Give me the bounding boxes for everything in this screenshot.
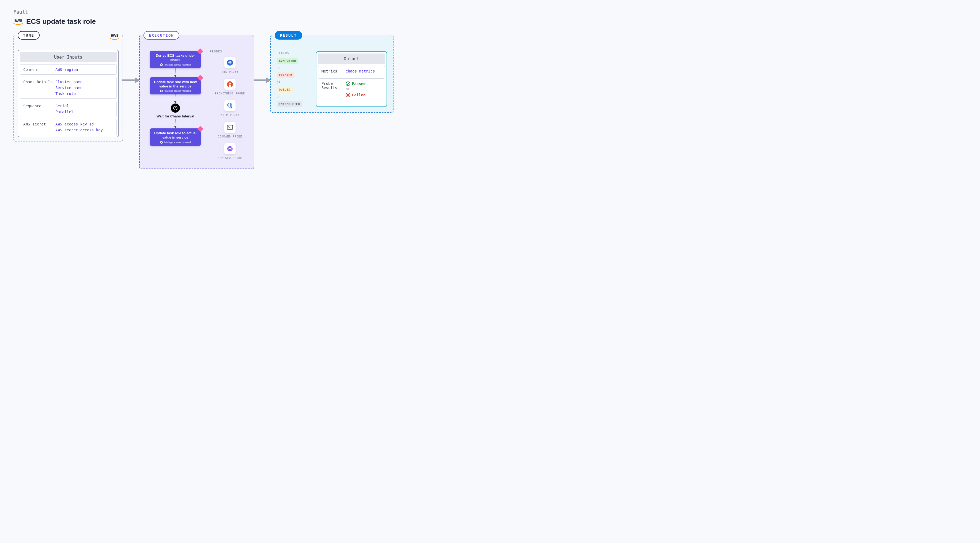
status-badge-incompleted: INCOMPLETED <box>277 102 302 107</box>
input-value: Serial <box>56 104 113 108</box>
x-circle-icon <box>345 92 350 97</box>
probe-label: COMMAND PROBE <box>218 135 242 138</box>
status-column: STATUS COMPLETED OR ERRORED OR QUEUED OR… <box>277 51 312 107</box>
input-value: Task role <box>56 92 113 96</box>
input-value: AWS access key Id <box>56 122 113 126</box>
probe-srm-slo: SRM SLO PROBE <box>210 143 250 160</box>
svg-marker-6 <box>174 75 177 77</box>
output-label: Metrics <box>321 69 345 73</box>
check-circle-icon <box>345 81 350 86</box>
probe-k8s: K8S PROBE <box>210 57 250 74</box>
result-panel: RESULT STATUS COMPLETED OR ERRORED OR QU… <box>270 35 393 113</box>
or-separator: OR <box>277 66 312 70</box>
wait-label: Wait for Chaos Interval <box>156 114 194 118</box>
clock-icon <box>171 103 180 113</box>
arrow-execution-to-result <box>254 35 270 126</box>
input-value: Cluster name <box>56 80 113 84</box>
probe-result-failed: Failed <box>345 92 382 97</box>
input-row-sequence: Sequence Serial Parallel <box>20 101 117 117</box>
probe-http: ! HTTP PROBE <box>210 100 250 117</box>
output-row-probe-results: Probe Results Passed OR Failed <box>318 78 385 100</box>
output-value: Passed OR Failed <box>345 81 382 97</box>
privilege-note: Privilege access required <box>154 90 197 92</box>
shield-icon <box>160 64 163 66</box>
flow-arrow-icon <box>174 68 177 77</box>
input-values: AWS region <box>56 67 113 72</box>
probe-label: K8S PROBE <box>221 70 238 74</box>
svg-point-4 <box>161 64 162 65</box>
svg-point-8 <box>161 90 162 92</box>
or-separator: OR <box>277 95 312 99</box>
input-value: Parallel <box>56 110 113 114</box>
step-title: Derive ECS tasks under chaos <box>154 54 197 62</box>
output-header: Output <box>318 54 385 64</box>
shield-icon <box>160 141 163 144</box>
user-inputs-card: User Inputs Common AWS region Chaos Deta… <box>18 50 119 137</box>
arrow-tune-to-execution <box>123 35 139 126</box>
status-badge-queued: QUEUED <box>277 87 293 92</box>
status-title: STATUS <box>277 51 312 55</box>
page: Fault aws ECS update task role TUNE aws … <box>0 0 980 185</box>
prometheus-icon <box>224 79 235 90</box>
or-separator: OR <box>277 81 312 84</box>
probe-label: HTTP PROBE <box>221 113 239 117</box>
diagram-canvas: TUNE aws User Inputs Common AWS region C… <box>13 35 967 169</box>
probe-label: SRM SLO PROBE <box>218 157 242 160</box>
privilege-note: Privilege access required <box>154 141 197 144</box>
user-inputs-header: User Inputs <box>20 52 117 62</box>
input-value: AWS secret access key <box>56 128 113 132</box>
step-update-new: Update task role with new value in the s… <box>150 77 201 95</box>
title-row: aws ECS update task role <box>13 17 967 26</box>
probe-label: PROMETHEUS PROBE <box>215 92 245 95</box>
svg-rect-30 <box>227 125 232 129</box>
litmus-badge-icon <box>197 75 204 81</box>
svg-point-38 <box>346 82 350 86</box>
input-row-chaos-details: Chaos Details Cluster name Service name … <box>20 77 117 99</box>
svg-point-34 <box>229 148 230 149</box>
shield-icon <box>160 90 163 92</box>
output-value: chaos metrics <box>345 69 382 73</box>
status-badge-completed: COMPLETED <box>277 58 298 64</box>
output-row-metrics: Metrics chaos metrics <box>318 66 385 76</box>
execution-pill: EXECUTION <box>143 31 179 40</box>
svg-marker-16 <box>174 126 177 129</box>
gauge-icon <box>224 143 235 154</box>
svg-marker-10 <box>174 102 177 103</box>
step-update-actual: Update task role to actual value in serv… <box>150 129 201 146</box>
globe-icon: ! <box>224 100 235 111</box>
input-values: Cluster name Service name Task role <box>56 80 113 96</box>
litmus-badge-icon <box>197 48 204 55</box>
step-title: Update task role with new value in the s… <box>154 80 197 89</box>
probes-title: PROBES <box>210 50 250 53</box>
tune-pill: TUNE <box>18 31 40 40</box>
input-row-aws-secret: AWS secret AWS access key Id AWS secret … <box>20 119 117 135</box>
result-pill: RESULT <box>275 31 302 40</box>
or-separator: OR <box>345 88 382 91</box>
execution-flow: Derive ECS tasks under chaos Privilege a… <box>143 50 207 165</box>
probe-command: COMMAND PROBE <box>210 122 250 138</box>
input-label: AWS secret <box>23 122 56 126</box>
svg-text:!: ! <box>231 106 232 109</box>
litmus-badge-icon <box>197 126 204 132</box>
output-label: Probe Results <box>321 81 345 90</box>
page-title: ECS update task role <box>26 17 96 26</box>
aws-logo-icon: aws <box>13 18 23 25</box>
probe-prometheus: PROMETHEUS PROBE <box>210 79 250 95</box>
terminal-icon <box>224 122 235 133</box>
step-derive-tasks: Derive ECS tasks under chaos Privilege a… <box>150 51 201 68</box>
input-label: Common <box>23 67 56 72</box>
flow-arrow-icon <box>174 94 177 103</box>
flow-arrow-icon <box>174 119 177 129</box>
output-card: Output Metrics chaos metrics Probe Resul… <box>316 51 387 107</box>
arrow-icon <box>253 77 272 83</box>
input-values: AWS access key Id AWS secret access key <box>56 122 113 132</box>
arrow-icon <box>122 77 140 83</box>
svg-point-18 <box>161 141 162 143</box>
input-value: AWS region <box>56 67 113 72</box>
input-value: Service name <box>56 86 113 90</box>
input-values: Serial Parallel <box>56 104 113 114</box>
status-badge-errored: ERRORED <box>277 73 294 78</box>
step-title: Update task role to actual value in serv… <box>154 131 197 140</box>
input-label: Sequence <box>23 104 56 108</box>
tune-panel: TUNE aws User Inputs Common AWS region C… <box>13 35 123 141</box>
